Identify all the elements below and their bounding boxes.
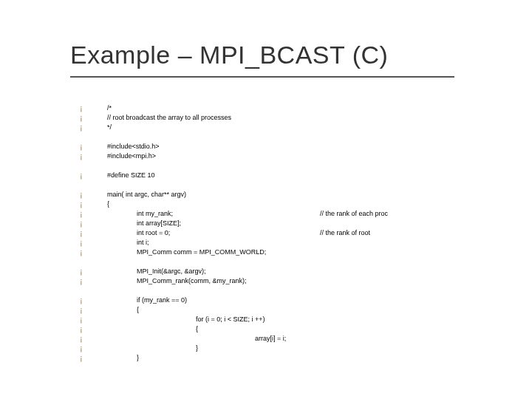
bullet-icon: ¡ [80,315,89,324]
code-text: #include<stdio.h> [89,142,160,151]
code-line: ¡*/ [80,123,449,132]
code-line: ¡// root broadcast the array to all proc… [80,113,449,123]
code-text: // root broadcast the array to all proce… [89,113,231,123]
code-text: for (i = 0; i < SIZE; i ++) [89,315,265,324]
code-text: MPI_Init(&argc, &argv); [89,267,206,276]
code-text: { [89,324,198,334]
bullet-icon: ¡ [80,248,89,257]
code-text: { [89,200,109,209]
code-text: MPI_Comm comm = MPI_COMM_WORLD; [89,248,266,257]
bullet-icon: ¡ [80,353,89,363]
blank-line [80,161,449,171]
code-line: ¡#define SIZE 10 [80,171,449,180]
code-line: ¡int root = 0;// the rank of root [80,228,449,238]
code-line: ¡} [80,344,449,353]
code-line: ¡int array[SIZE]; [80,219,449,228]
code-text: */ [89,123,112,132]
code-text: MPI_Comm_rank(comm, &my_rank); [89,276,247,286]
code-text: } [89,344,198,353]
code-line: ¡MPI_Init(&argc, &argv); [80,267,449,276]
bullet-icon: ¡ [80,238,89,248]
slide-title: Example – MPI_BCAST (C) [70,41,388,69]
bullet-icon: ¡ [80,142,89,151]
code-text: int root = 0; [89,228,170,238]
code-text: /* [89,103,112,113]
bullet-icon: ¡ [80,296,89,305]
code-line: ¡if (my_rank == 0) [80,296,449,305]
bullet-icon: ¡ [80,200,89,209]
bullet-icon: ¡ [80,276,89,286]
bullet-icon: ¡ [80,344,89,353]
code-line: ¡MPI_Comm_rank(comm, &my_rank); [80,276,449,286]
bullet-icon: ¡ [80,228,89,238]
code-text: if (my_rank == 0) [89,296,187,305]
bullet-icon: ¡ [80,171,89,180]
bullet-icon: ¡ [80,113,89,123]
code-text: } [89,353,139,363]
code-text: main( int argc, char** argv) [89,190,186,200]
title-underline [70,76,454,78]
code-line: ¡for (i = 0; i < SIZE; i ++) [80,315,449,324]
code-text: int my_rank; [89,209,173,219]
code-line: ¡#include<mpi.h> [80,151,449,161]
code-line: ¡array[i] = i; [80,334,449,344]
code-line: ¡MPI_Comm comm = MPI_COMM_WORLD; [80,248,449,257]
code-line: ¡int i; [80,238,449,248]
code-line: ¡} [80,353,449,363]
bullet-icon: ¡ [80,267,89,276]
code-line: ¡{ [80,200,449,209]
bullet-icon: ¡ [80,209,89,219]
bullet-icon: ¡ [80,334,89,344]
code-comment: // the rank of root [320,228,370,238]
blank-line [80,286,449,296]
bullet-icon: ¡ [80,305,89,315]
bullet-icon: ¡ [80,190,89,200]
code-line: ¡{ [80,305,449,315]
blank-line [80,180,449,190]
code-line: ¡/* [80,103,449,113]
bullet-icon: ¡ [80,324,89,334]
bullet-icon: ¡ [80,151,89,161]
blank-line [80,132,449,142]
code-block: ¡/*¡// root broadcast the array to all p… [80,103,449,363]
code-comment: // the rank of each proc [320,209,388,219]
code-line: ¡int my_rank;// the rank of each proc [80,209,449,219]
code-text: #include<mpi.h> [89,151,156,161]
code-text: { [89,305,139,315]
bullet-icon: ¡ [80,219,89,228]
code-text: int i; [89,238,149,248]
bullet-icon: ¡ [80,103,89,113]
code-line: ¡main( int argc, char** argv) [80,190,449,200]
code-text: #define SIZE 10 [89,171,155,180]
slide: Example – MPI_BCAST (C) ¡/*¡// root broa… [0,0,532,399]
code-text: array[i] = i; [89,334,286,344]
bullet-icon: ¡ [80,123,89,132]
code-line: ¡{ [80,324,449,334]
code-line: ¡#include<stdio.h> [80,142,449,151]
code-text: int array[SIZE]; [89,219,181,228]
blank-line [80,257,449,267]
